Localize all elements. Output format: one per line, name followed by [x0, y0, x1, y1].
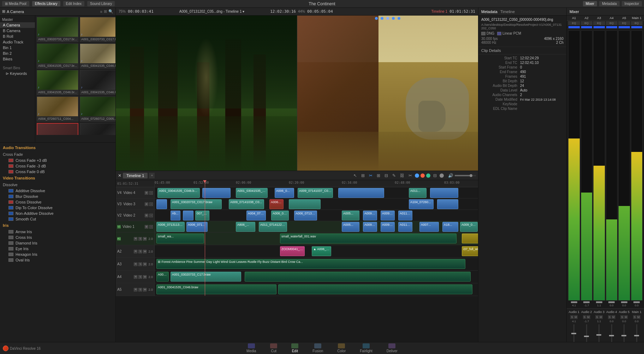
clip-a1-3[interactable] [462, 234, 478, 243]
clip-v1-8[interactable]: A011_071... [398, 222, 412, 232]
track-v3-lock[interactable]: ⊞ [145, 202, 148, 206]
clip-v2-3[interactable]: 007_07... [195, 211, 209, 220]
track-a5-m[interactable]: M [143, 288, 147, 291]
track-a2-s[interactable]: S [138, 250, 142, 253]
thumb-item[interactable]: ♪ A001_03020733_C017.br... [80, 17, 115, 42]
vfader-handle-m1[interactable] [634, 335, 639, 336]
mixer-btn[interactable]: Mixer [583, 1, 597, 6]
eq-btn-a3[interactable]: EQ [593, 21, 605, 25]
clip-v4-8[interactable] [430, 188, 458, 198]
volume-icon[interactable]: 🔊 [448, 173, 453, 178]
solo-m1[interactable]: S [633, 315, 636, 319]
clip-a4-1[interactable]: A001_030... [156, 272, 169, 282]
nav-color[interactable]: Color [337, 343, 346, 353]
slip-tool-btn[interactable]: ⊞ [375, 173, 382, 178]
thumb-item[interactable]: ♪ A004_07260712_C005... [80, 96, 115, 122]
thumb-item[interactable]: ♪ [80, 123, 115, 135]
eq-btn-a2[interactable]: EQ [581, 21, 593, 25]
volume-handle[interactable] [470, 174, 472, 177]
clip-v1-3[interactable]: A806_... [236, 222, 255, 232]
bin-item-bin1[interactable]: Bin 1 [0, 45, 35, 51]
clip-v2-5[interactable]: A006_071318... [271, 211, 289, 220]
clip-v2-1[interactable]: Ab... [171, 211, 180, 220]
edit-tool1[interactable]: ✎ [391, 173, 397, 178]
color-select-green[interactable] [426, 173, 430, 178]
eq-btn-a5[interactable]: EQ [618, 21, 630, 25]
clip-a1-2[interactable]: small_waterfall_001.wav [280, 234, 457, 243]
clip-v3-6[interactable]: A104_07260... [409, 199, 434, 209]
vfader-handle-a2[interactable] [584, 336, 589, 337]
clip-v1-11[interactable]: A009_07114... [460, 222, 478, 232]
mute-a5[interactable]: M [624, 315, 628, 319]
eq-btn-m1[interactable]: EQ [631, 21, 643, 25]
dynamic-trim-btn[interactable]: ⊟ [383, 173, 389, 178]
effect-oval-iris[interactable]: Oval Iris [0, 257, 115, 263]
clip-v4-4[interactable]: A006_0... [275, 188, 294, 198]
edit-index-btn[interactable]: Edit Index [63, 1, 84, 6]
fader-a1[interactable] [571, 301, 577, 303]
thumb-item[interactable]: ♪ A001_03041535_C017.br... [37, 43, 78, 69]
nav-fairlight[interactable]: Fairlight [360, 343, 372, 353]
metadata-btn[interactable]: Metadata [599, 1, 620, 6]
track-a4-s[interactable]: S [138, 275, 142, 279]
clip-a4-3[interactable] [245, 272, 471, 282]
clip-v4-6[interactable] [338, 188, 384, 198]
mute-a4[interactable]: M [612, 315, 615, 319]
metadata-tab[interactable]: Metadata [481, 10, 497, 14]
edit-tool3[interactable]: ✂ [407, 173, 413, 178]
vfader-handle-a5[interactable] [621, 335, 626, 336]
track-v3-eye[interactable]: ○ [149, 202, 153, 206]
bin-item-keywords[interactable]: ⊳ Keywords [0, 71, 35, 77]
clip-v1-9[interactable]: A007... [419, 222, 439, 232]
volume-slider[interactable] [455, 175, 476, 176]
thumb-item-selected[interactable] [37, 123, 78, 135]
track-a5-s[interactable]: S [138, 288, 142, 291]
track-a4-m[interactable]: M [143, 275, 147, 279]
effect-crossfade-minus3[interactable]: Cross Fade -3 dB [0, 163, 115, 169]
fader-m1[interactable] [633, 301, 640, 303]
track-v4-eye[interactable]: ○ [149, 191, 153, 195]
track-a3-r[interactable]: R [134, 262, 137, 266]
clip-a4-2[interactable]: A001_03020733_C17.braw [171, 272, 241, 282]
thumb-item[interactable]: ♪ A001_03041535_C046.br... [80, 43, 115, 69]
effect-dip-color-dissolve[interactable]: Dip To Color Dissolve [0, 205, 115, 211]
mute-a1[interactable]: M [574, 315, 578, 319]
nav-media[interactable]: Media [246, 343, 256, 353]
track-v1-eye[interactable]: ○ [149, 225, 153, 229]
effect-non-additive-dissolve[interactable]: Non-Additive Dissolve [0, 211, 115, 216]
media-pool-btn[interactable]: ⊞ Media Pool [2, 1, 29, 6]
effect-arrow-iris[interactable]: Arrow Iris [0, 229, 115, 235]
effect-crossfade-0[interactable]: Cross Fade 0 dB [0, 169, 115, 175]
nav-fusion[interactable]: Fusion [312, 343, 323, 353]
bin-item-acamera[interactable]: A Camera [0, 22, 35, 28]
solo-a2[interactable]: S [583, 315, 586, 319]
color-select-red[interactable] [421, 173, 425, 178]
clip-a2-1[interactable]: ZOOM0041_t... [280, 246, 305, 256]
track-a5-r[interactable]: R [134, 288, 137, 291]
clip-v4-1[interactable]: A001_03041535_C046.braw [157, 188, 200, 198]
effects-library-btn[interactable]: Effects Library [32, 1, 60, 6]
fader-a2[interactable] [583, 301, 590, 303]
clip-v1-6[interactable]: A009_0... [363, 222, 377, 232]
bin-item-bin2[interactable]: Bin 2 [0, 51, 35, 56]
clip-v1-2[interactable]: A006_0713114... [186, 222, 208, 232]
zoom-level[interactable]: 75% [119, 10, 126, 13]
fader-a3[interactable] [596, 301, 602, 303]
clip-v4-2[interactable] [202, 188, 231, 198]
mute-a2[interactable]: M [586, 315, 590, 319]
clip-v3-3[interactable]: A009_07141038_C0... [229, 199, 264, 209]
effect-additive-dissolve[interactable]: Additive Dissolve [0, 188, 115, 194]
clip-v1-7[interactable]: A009_0... [381, 222, 395, 232]
track-a4-r[interactable]: R [134, 275, 137, 279]
clip-v4-3[interactable]: A001_03041535_C046.braw [236, 188, 268, 198]
clip-v3-1[interactable] [156, 199, 167, 209]
track-a1-s[interactable]: S [138, 237, 142, 241]
clip-a3-1[interactable]: ⊞ Forest Ambience Pine Summer Day Light … [156, 259, 465, 269]
solo-a5[interactable]: S [620, 315, 624, 319]
effect-cross-dissolve[interactable]: Cross Dissolve [0, 199, 115, 205]
clip-v4-7[interactable]: A011... [409, 188, 427, 198]
clip-v1-5[interactable]: A005... [342, 222, 359, 232]
solo-a3[interactable]: S [595, 315, 598, 319]
track-a2-r[interactable]: R [134, 250, 137, 253]
clip-a5-2[interactable] [278, 284, 472, 294]
